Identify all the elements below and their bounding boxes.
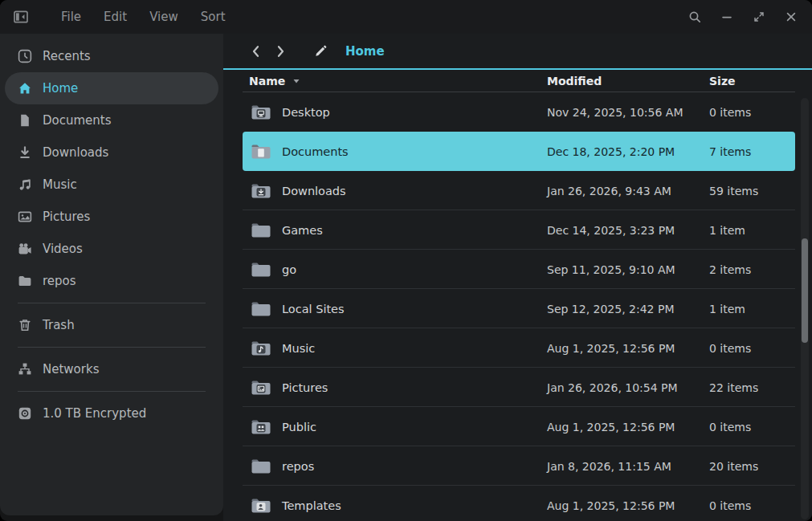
- panel-toggle-icon: [13, 9, 29, 25]
- main-pane: Home Name Modified Size DesktopNov 24, 2…: [223, 34, 812, 521]
- folder-icon: [251, 418, 271, 436]
- minimize-icon: [720, 10, 734, 24]
- current-location-label[interactable]: Home: [345, 44, 385, 59]
- file-name: repos: [282, 460, 314, 473]
- network-icon: [18, 362, 32, 377]
- menu-sort[interactable]: Sort: [190, 10, 237, 24]
- sidebar-item-home[interactable]: Home: [5, 72, 218, 104]
- chevron-left-icon: [248, 43, 264, 59]
- table-row-music[interactable]: MusicAug 1, 2025, 12:56 PM0 items: [243, 328, 795, 368]
- folder-icon-person: [251, 497, 271, 515]
- sidebar-item-label: Videos: [43, 242, 83, 256]
- folder-icon: [251, 340, 271, 357]
- clock-icon: [18, 49, 32, 63]
- video-icon: [18, 242, 32, 256]
- item-size: 7 items: [709, 145, 795, 158]
- clock-icon: [18, 49, 32, 63]
- sidebar-item-pictures[interactable]: Pictures: [5, 201, 218, 233]
- file-name: Desktop: [282, 106, 330, 119]
- table-row-documents[interactable]: DocumentsDec 18, 2025, 2:20 PM7 items: [243, 132, 795, 171]
- folder-icon: [18, 274, 32, 288]
- file-name: Documents: [282, 145, 349, 158]
- sidebar-item-repos[interactable]: repos: [5, 265, 218, 297]
- modified-date: Aug 1, 2025, 12:56 PM: [547, 499, 709, 512]
- sidebar-item-label: Recents: [43, 49, 91, 63]
- trash-icon: [18, 318, 32, 332]
- document-icon: [18, 113, 32, 128]
- row-name-cell: repos: [243, 458, 547, 475]
- sidebar-item-downloads[interactable]: Downloads: [5, 136, 218, 169]
- menubar: File Edit View Sort: [0, 0, 812, 34]
- file-name: Downloads: [282, 185, 346, 197]
- file-name: Music: [282, 342, 315, 355]
- column-header-modified[interactable]: Modified: [547, 75, 709, 88]
- minimize-button[interactable]: [712, 5, 741, 29]
- maximize-button[interactable]: [745, 5, 773, 29]
- table-row-repos[interactable]: reposJan 8, 2026, 11:15 AM20 items: [243, 446, 795, 486]
- document-icon: [18, 113, 32, 128]
- search-button[interactable]: [680, 5, 709, 29]
- close-button[interactable]: [777, 5, 806, 29]
- modified-date: Jan 26, 2026, 9:43 AM: [547, 185, 709, 197]
- folder-icon: [251, 497, 271, 515]
- sidebar-item-trash[interactable]: Trash: [5, 309, 218, 341]
- table-row-pictures[interactable]: PicturesJan 26, 2026, 10:54 PM22 items: [243, 368, 795, 407]
- sidebar-item-label: Home: [43, 81, 78, 96]
- sidebar-item-videos[interactable]: Videos: [5, 233, 218, 265]
- sidebar-divider: [18, 303, 206, 303]
- sidebar-item-documents[interactable]: Documents: [5, 104, 218, 136]
- sidebar-toggle-button[interactable]: [11, 7, 31, 26]
- table-row-local-sites[interactable]: Local SitesSep 12, 2025, 2:42 PM1 item: [243, 289, 795, 328]
- scrollbar[interactable]: [801, 98, 809, 519]
- edit-path-button[interactable]: [308, 39, 333, 63]
- column-header-name[interactable]: Name: [243, 75, 547, 88]
- row-name-cell: Downloads: [243, 182, 547, 200]
- sidebar-item-recents[interactable]: Recents: [5, 40, 218, 72]
- folder-icon: [251, 222, 271, 239]
- folder-icon: [251, 261, 271, 279]
- column-header-size[interactable]: Size: [709, 75, 795, 88]
- table-row-desktop[interactable]: DesktopNov 24, 2025, 10:56 AM0 items: [243, 92, 795, 132]
- folder-icon: [251, 300, 271, 318]
- file-name: Templates: [282, 499, 341, 512]
- modified-date: Nov 24, 2025, 10:56 AM: [547, 106, 709, 119]
- sidebar: RecentsHomeDocumentsDownloadsMusicPictur…: [0, 34, 223, 515]
- folder-icon: [251, 143, 271, 161]
- table-row-public[interactable]: PublicAug 1, 2025, 12:56 PM0 items: [243, 407, 795, 446]
- table-row-templates[interactable]: TemplatesAug 1, 2025, 12:56 PM0 items: [243, 486, 795, 521]
- sidebar-item-label: 1.0 TB Encrypted: [43, 406, 146, 421]
- picture-icon: [18, 210, 32, 224]
- menu-view[interactable]: View: [138, 10, 190, 24]
- folder-icon: [18, 274, 32, 288]
- menu-file[interactable]: File: [50, 10, 92, 24]
- drive-icon: [18, 406, 32, 421]
- folder-icon: [251, 379, 271, 397]
- sidebar-item-networks[interactable]: Networks: [5, 353, 218, 385]
- back-button[interactable]: [244, 39, 268, 63]
- home-icon: [18, 81, 32, 96]
- table-row-go[interactable]: goSep 11, 2025, 9:10 AM2 items: [243, 250, 795, 289]
- row-name-cell: go: [243, 261, 547, 279]
- modified-date: Sep 11, 2025, 9:10 AM: [547, 263, 709, 276]
- row-name-cell: Pictures: [243, 379, 547, 397]
- sidebar-item-1-0-tb-encrypted[interactable]: 1.0 TB Encrypted: [5, 397, 218, 429]
- item-size: 59 items: [709, 185, 795, 197]
- item-size: 22 items: [709, 381, 795, 394]
- table-row-downloads[interactable]: DownloadsJan 26, 2026, 9:43 AM59 items: [243, 171, 795, 210]
- window-controls: [677, 5, 806, 29]
- file-manager-window: File Edit View Sort: [0, 0, 812, 521]
- folder-icon: [251, 104, 271, 121]
- folder-icon: [251, 300, 271, 318]
- item-size: 0 items: [709, 342, 795, 355]
- sort-caret-down-icon: [292, 76, 301, 86]
- row-name-cell: Local Sites: [243, 300, 547, 318]
- sidebar-divider: [18, 347, 206, 348]
- row-name-cell: Public: [243, 418, 547, 436]
- table-row-games[interactable]: GamesDec 14, 2025, 3:23 PM1 item: [243, 210, 795, 250]
- sidebar-divider: [18, 391, 206, 392]
- file-name: Public: [282, 421, 316, 433]
- scrollbar-thumb[interactable]: [802, 238, 808, 343]
- sidebar-item-music[interactable]: Music: [5, 169, 218, 201]
- forward-button[interactable]: [268, 39, 292, 63]
- menu-edit[interactable]: Edit: [92, 10, 138, 24]
